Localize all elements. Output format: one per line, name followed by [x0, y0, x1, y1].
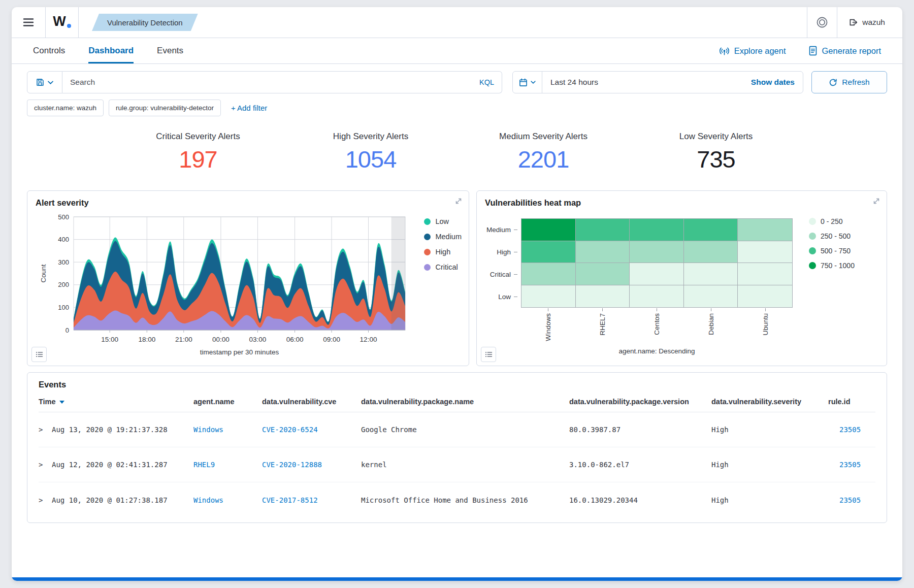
table-link[interactable]: CVE-2020-6524	[262, 426, 318, 434]
refresh-label: Refresh	[842, 78, 869, 87]
tab-dashboard[interactable]: Dashboard	[88, 38, 134, 63]
refresh-icon	[829, 78, 837, 87]
table-row: >Aug 13, 2020 @ 19:21:37.328WindowsCVE-2…	[39, 412, 875, 447]
user-menu-button[interactable]: wazuh	[837, 18, 902, 27]
heatmap-cell[interactable]	[521, 263, 576, 285]
user-name: wazuh	[862, 18, 885, 27]
table-link[interactable]: 23505	[839, 496, 861, 504]
heatmap-cell[interactable]	[521, 219, 576, 241]
legend-item[interactable]: Critical	[424, 263, 462, 271]
heatmap-cell[interactable]	[576, 263, 630, 285]
generate-report-label: Generate report	[822, 46, 881, 56]
expand-row-button[interactable]: >	[39, 426, 52, 434]
table-link[interactable]: Windows	[193, 496, 223, 504]
heatmap-cell[interactable]	[738, 285, 792, 308]
expand-row-button[interactable]: >	[39, 461, 52, 469]
panel-options-button[interactable]	[31, 347, 47, 362]
alert-severity-chart[interactable]: 010020030040050015:0018:0021:0000:0003:0…	[36, 212, 414, 356]
heatmap-cell[interactable]	[684, 263, 738, 285]
show-dates-button[interactable]: Show dates	[751, 78, 795, 87]
severity-stat: Low Severity Alerts735	[630, 132, 802, 173]
table-link[interactable]: CVE-2020-12888	[262, 461, 322, 469]
search-box: KQL	[62, 71, 502, 93]
refresh-button[interactable]: Refresh	[811, 71, 887, 93]
search-input[interactable]	[70, 78, 474, 87]
table-link[interactable]: CVE-2017-8512	[262, 496, 318, 504]
legend-item[interactable]: 250 - 500	[809, 232, 855, 240]
expand-row-button[interactable]: >	[39, 496, 52, 504]
legend-item[interactable]: 500 - 750	[809, 247, 855, 255]
report-icon	[808, 46, 818, 56]
heatmap-cell[interactable]	[630, 219, 684, 241]
sort-desc-icon	[59, 401, 64, 404]
heatmap-cell[interactable]	[738, 241, 792, 264]
svg-text:21:00: 21:00	[175, 336, 192, 343]
table-link[interactable]: 23505	[839, 426, 861, 434]
heatmap-cell[interactable]	[684, 241, 738, 264]
heatmap-column-labels: WindowsRHEL7CentosDebianUbuntu	[521, 308, 793, 341]
expand-panel-button[interactable]	[454, 197, 463, 205]
table-link[interactable]: 23505	[839, 461, 861, 469]
explore-agent-button[interactable]: Explore agent	[719, 46, 786, 56]
column-header-label: data.vulnerability.severity	[711, 398, 801, 406]
row-label-text: Critical	[490, 271, 511, 278]
heatmap-cell[interactable]	[576, 241, 630, 264]
column-header-time[interactable]: Time	[39, 398, 193, 406]
axis-tick	[548, 308, 548, 311]
expand-panel-button[interactable]	[872, 197, 880, 205]
quick-select-button[interactable]	[513, 72, 542, 93]
cell-severity: High	[711, 461, 828, 469]
legend-item[interactable]: 750 - 1000	[809, 262, 855, 270]
legend-item[interactable]: Low	[424, 217, 462, 225]
heatmap-column-label: RHEL7	[575, 308, 630, 341]
filter-pill[interactable]: rule.group: vulnerability-detector	[109, 100, 221, 116]
saved-queries-button[interactable]	[27, 71, 62, 93]
events-table-body: >Aug 13, 2020 @ 19:21:37.328WindowsCVE-2…	[39, 412, 875, 517]
svg-text:timestamp per 30 minutes: timestamp per 30 minutes	[200, 348, 279, 356]
query-language-button[interactable]: KQL	[479, 78, 494, 86]
axis-tick	[711, 308, 711, 311]
tab-actions: Explore agent Generate report	[719, 38, 881, 63]
heatmap-cell[interactable]	[576, 219, 630, 241]
table-link[interactable]: RHEL9	[193, 461, 215, 469]
stat-value: 2201	[457, 145, 630, 173]
heatmap-cell[interactable]	[738, 263, 792, 285]
tab-events[interactable]: Events	[157, 38, 183, 63]
heatmap-cell[interactable]	[521, 285, 576, 308]
generate-report-button[interactable]: Generate report	[808, 46, 881, 56]
column-header-field: data.vulnerability.package.version	[569, 398, 711, 406]
heatmap-x-axis-title: agent.name: Descending	[521, 347, 793, 355]
severity-stat: Medium Severity Alerts2201	[457, 132, 630, 173]
top-bar: W Vulnerability Detection wazuh	[12, 7, 902, 38]
newsfeed-button[interactable]	[807, 16, 837, 29]
expand-icon	[454, 197, 463, 205]
heatmap-cell[interactable]	[738, 219, 792, 241]
menu-button[interactable]	[12, 7, 45, 38]
heatmap-cell[interactable]	[630, 285, 684, 308]
tab-controls[interactable]: Controls	[33, 38, 65, 63]
cell-cve: CVE-2020-6524	[262, 426, 361, 434]
wazuh-logo[interactable]: W	[46, 7, 78, 38]
filter-pill[interactable]: cluster.name: wazuh	[27, 100, 104, 116]
heatmap-cell[interactable]	[684, 219, 738, 241]
heatmap-row-label: Critical	[477, 263, 517, 285]
heatmap-cell[interactable]	[630, 241, 684, 264]
breadcrumb[interactable]: Vulnerability Detection	[92, 14, 198, 31]
stat-value: 1054	[284, 145, 457, 173]
table-link[interactable]: Windows	[193, 426, 223, 434]
heatmap-cell[interactable]	[576, 285, 630, 308]
heatmap-cell[interactable]	[521, 241, 576, 264]
explore-agent-label: Explore agent	[734, 46, 786, 56]
chart-legend: LowMediumHighCritical	[424, 217, 462, 271]
add-filter-button[interactable]: + Add filter	[231, 104, 267, 112]
heatmap-cell[interactable]	[684, 285, 738, 308]
svg-text:06:00: 06:00	[286, 336, 304, 343]
column-header-field: data.vulnerability.cve	[262, 398, 361, 406]
heatmap-cell[interactable]	[630, 263, 684, 285]
legend-item[interactable]: 0 - 250	[809, 217, 855, 225]
time-range-value[interactable]: Last 24 hours	[550, 78, 598, 87]
legend-item[interactable]: High	[424, 248, 462, 256]
panel-options-button[interactable]	[481, 347, 496, 362]
events-table-header: Timeagent.namedata.vulnerability.cvedata…	[39, 389, 875, 412]
legend-item[interactable]: Medium	[424, 233, 462, 241]
